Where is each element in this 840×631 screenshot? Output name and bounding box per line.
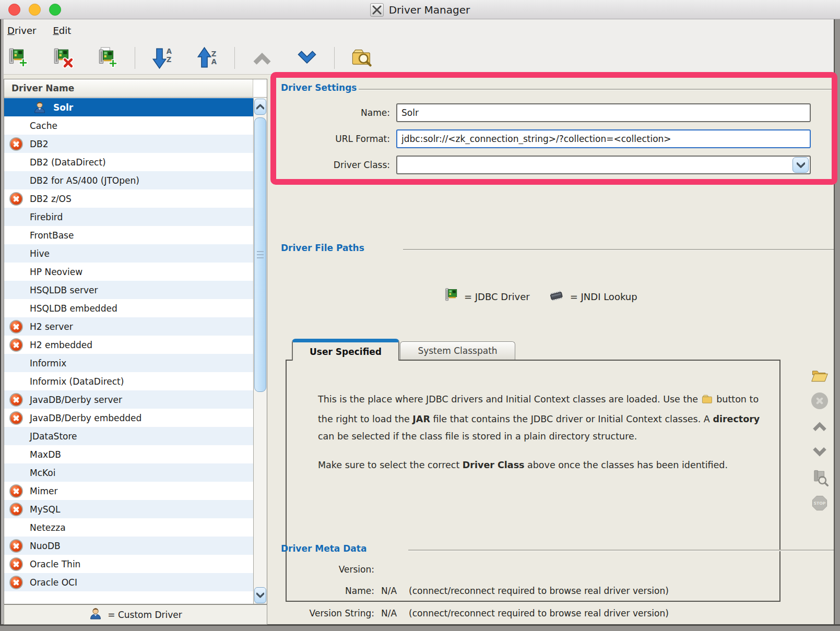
driver-name: HP Neoview: [30, 267, 82, 277]
toolbar: A Z Z A: [0, 42, 840, 74]
meta-name-value: N/A: [381, 586, 397, 596]
driver-name: Firebird: [30, 212, 63, 222]
menu-driver[interactable]: Driver: [7, 25, 36, 36]
scroll-thumb[interactable]: [254, 117, 266, 392]
driver-list-item[interactable]: Oracle OCI: [4, 573, 253, 591]
driver-name: Informix (DataDirect): [30, 376, 124, 387]
driver-list-item[interactable]: Hive: [4, 244, 253, 263]
move-path-down-button: [810, 443, 829, 461]
folder-icon: [701, 394, 714, 411]
tab-system-classpath[interactable]: System Classpath: [400, 341, 515, 360]
tab-user-specified[interactable]: User Specified: [292, 339, 399, 361]
find-driver-class-button: [810, 468, 829, 487]
version-string-note: (connect/reconnect required to browse re…: [409, 608, 669, 618]
driver-list-item[interactable]: DB2: [4, 135, 253, 153]
driver-error-icon: [9, 576, 23, 589]
svg-text:STOP: STOP: [814, 501, 826, 506]
driver-class-input[interactable]: [396, 156, 811, 174]
copy-driver-button[interactable]: [96, 46, 119, 69]
driver-name: Mimer: [30, 486, 57, 496]
move-path-up-button: [810, 417, 829, 436]
driver-list-item[interactable]: Netezza: [4, 518, 253, 537]
name-label: Name:: [286, 108, 390, 118]
scroll-up-button[interactable]: [254, 99, 266, 115]
load-driver-files-button[interactable]: [350, 46, 373, 69]
driver-list-item[interactable]: Mimer: [4, 482, 253, 500]
driver-list-item[interactable]: McKoi: [4, 463, 253, 482]
driver-list-item[interactable]: MaxDB: [4, 445, 253, 463]
menu-edit[interactable]: Edit: [53, 25, 71, 36]
driver-error-icon: [9, 338, 23, 352]
background-window-edge-right: [834, 19, 840, 631]
svg-text:Z: Z: [167, 56, 172, 64]
driver-name: H2 embedded: [30, 340, 92, 350]
background-window-edge-left: [0, 19, 4, 631]
driver-list-item[interactable]: Informix (DataDirect): [4, 372, 253, 390]
list-scrollbar[interactable]: [253, 98, 267, 604]
remove-driver-button[interactable]: [51, 46, 74, 69]
meta-name-label: Name:: [265, 586, 374, 596]
create-driver-button[interactable]: [6, 46, 29, 69]
driver-rows: SolrCacheDB2DB2 (DataDirect)DB2 for AS/4…: [4, 98, 253, 604]
driver-class-dropdown-button[interactable]: [792, 157, 809, 173]
sort-ascending-button[interactable]: A Z: [151, 46, 174, 69]
driver-icon-placeholder: [9, 448, 23, 461]
url-format-input[interactable]: [396, 129, 811, 148]
window-title: Driver Manager: [389, 4, 470, 16]
driver-list-item[interactable]: HP Neoview: [4, 263, 253, 281]
driver-list-item[interactable]: Firebird: [4, 208, 253, 226]
driver-list-item[interactable]: FrontBase: [4, 226, 253, 244]
driver-list-item[interactable]: DB2 z/OS: [4, 189, 253, 208]
driver-name-column-header[interactable]: Driver Name: [4, 79, 253, 98]
driver-list-item[interactable]: Informix: [4, 354, 253, 372]
content-area: Driver Name SolrCacheDB2DB2 (DataDirect)…: [4, 74, 834, 624]
driver-icon-placeholder: [9, 156, 23, 169]
sort-descending-button[interactable]: Z A: [196, 46, 219, 69]
driver-name: JavaDB/Derby server: [30, 395, 122, 405]
driver-list-item[interactable]: JavaDB/Derby embedded: [4, 409, 253, 427]
driver-list: Driver Name SolrCacheDB2DB2 (DataDirect)…: [4, 79, 267, 604]
background-window-edge-bottom: [0, 624, 840, 631]
driver-list-item[interactable]: JDataStore: [4, 427, 253, 445]
jdbc-driver-label: = JDBC Driver: [464, 291, 530, 302]
version-string-value: N/A: [381, 608, 397, 618]
driver-list-item[interactable]: Solr: [4, 98, 253, 116]
driver-list-item[interactable]: Oracle Thin: [4, 555, 253, 573]
driver-icon-placeholder: [9, 466, 23, 480]
driver-list-item[interactable]: DB2 for AS/400 (JTOpen): [4, 171, 253, 189]
driver-list-item[interactable]: HSQLDB embedded: [4, 299, 253, 317]
driver-manager-window: Driver Manager Driver Edit: [0, 0, 840, 631]
driver-icon-placeholder: [9, 210, 23, 224]
driver-error-icon: [9, 411, 23, 425]
driver-list-item[interactable]: HSQLDB server: [4, 281, 253, 299]
menubar: Driver Edit: [0, 19, 840, 42]
driver-list-item[interactable]: DB2 (DataDirect): [4, 153, 253, 171]
driver-name: HSQLDB server: [30, 285, 98, 295]
driver-name: Oracle Thin: [30, 559, 80, 569]
driver-list-item[interactable]: NuoDB: [4, 537, 253, 555]
svg-text:A: A: [211, 58, 217, 66]
jndi-lookup-icon: [548, 288, 565, 305]
driver-name: H2 server: [30, 322, 73, 332]
open-folder-button[interactable]: [810, 366, 829, 385]
driver-name: DB2 for AS/400 (JTOpen): [30, 175, 139, 186]
driver-list-item[interactable]: Cache: [4, 116, 253, 135]
driver-error-icon: [9, 557, 23, 571]
jdbc-driver-icon: [444, 288, 459, 305]
driver-icon-placeholder: [9, 375, 23, 388]
driver-error-icon: [9, 137, 23, 151]
version-label: Version:: [265, 564, 374, 575]
driver-name: DB2 z/OS: [30, 194, 72, 204]
list-scroll-corner: [253, 79, 267, 98]
driver-list-item[interactable]: H2 server: [4, 317, 253, 336]
driver-error-icon: [9, 320, 23, 334]
driver-name-input[interactable]: [396, 103, 811, 122]
driver-list-item[interactable]: MySQL: [4, 500, 253, 518]
driver-name: DB2 (DataDirect): [30, 157, 106, 168]
driver-list-item[interactable]: H2 embedded: [4, 336, 253, 354]
stop-button: STOP: [810, 494, 829, 513]
driver-name: Oracle OCI: [30, 577, 77, 588]
driver-list-item[interactable]: JavaDB/Derby server: [4, 390, 253, 409]
driver-name: HSQLDB embedded: [30, 303, 117, 314]
move-down-button[interactable]: [295, 46, 318, 69]
